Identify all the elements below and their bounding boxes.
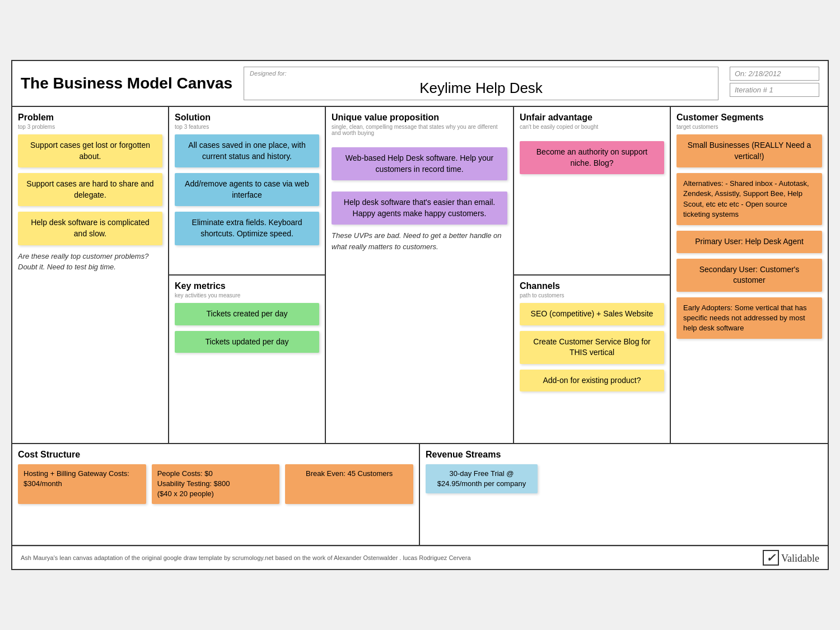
- problem-note: Are these really top customer problems? …: [18, 251, 162, 273]
- metric-sticky-1: Tickets created per day: [175, 303, 319, 325]
- uvp-sticky-2: Help desk software that's easier than em…: [332, 192, 507, 225]
- header: The Business Model Canvas Designed for: …: [12, 61, 828, 107]
- company-section: Designed for: Keylime Help Desk: [244, 67, 718, 100]
- cost-structure-section: Cost Structure Hosting + Billing Gateway…: [12, 444, 420, 545]
- problem-title: Problem: [18, 113, 162, 123]
- segments-subtitle: target customers: [676, 124, 822, 130]
- problem-sticky-3: Help desk software is complicated and sl…: [18, 212, 162, 245]
- key-metrics-title: Key metrics: [175, 281, 319, 291]
- segment-sticky-4: Secondary User: Customer's customer: [676, 259, 822, 292]
- on-label: On:: [735, 69, 746, 78]
- uvp-column: Unique value proposition single, clean, …: [326, 107, 514, 443]
- designed-for-label: Designed for:: [250, 70, 712, 77]
- cost-stickies: Hosting + Billing Gateway Costs: $304/mo…: [18, 464, 413, 504]
- footer-text: Ash Maurya's lean canvas adaptation of t…: [21, 554, 471, 561]
- unfair-subtitle: can't be easily copied or bought: [520, 124, 664, 130]
- revenue-sticky-1: 30-day Free Trial @ $24.95/month per com…: [426, 464, 538, 493]
- uvp-subtitle: single, clean, compelling message that s…: [332, 124, 507, 136]
- segments-title: Customer Segments: [676, 113, 822, 123]
- iteration-row: Iteration # 1: [730, 83, 819, 97]
- canvas-wrapper: The Business Model Canvas Designed for: …: [11, 60, 829, 570]
- unfair-column: Unfair advantage can't be easily copied …: [514, 107, 671, 443]
- main-grid: Problem top 3 problems Support cases get…: [12, 107, 828, 444]
- unfair-top: Unfair advantage can't be easily copied …: [514, 107, 670, 276]
- solution-sticky-2: Add/remove agents to case via web interf…: [175, 173, 319, 206]
- solution-title: Solution: [175, 113, 319, 123]
- main-title: The Business Model Canvas: [21, 67, 232, 100]
- company-name: Keylime Help Desk: [250, 80, 712, 97]
- solution-column: Solution top 3 features All cases saved …: [169, 107, 326, 443]
- channel-sticky-1: SEO (competitive) + Sales Website: [520, 303, 664, 325]
- key-metrics-section: Key metrics key activities you measure T…: [169, 276, 325, 443]
- segment-sticky-1: Small Businesses (REALLY Need a vertical…: [676, 134, 822, 167]
- header-right: On: 2/18/2012 Iteration # 1: [730, 67, 819, 100]
- problem-subtitle: top 3 problems: [18, 124, 162, 130]
- segment-sticky-5: Early Adopters: Some vertical that has s…: [676, 297, 822, 339]
- segments-column: Customer Segments target customers Small…: [671, 107, 828, 443]
- channel-sticky-3: Add-on for existing product?: [520, 370, 664, 392]
- problem-sticky-2: Support cases are hard to share and dele…: [18, 173, 162, 206]
- logo-text: Validable: [781, 553, 819, 564]
- cost-title: Cost Structure: [18, 450, 413, 460]
- solution-subtitle: top 3 features: [175, 124, 319, 130]
- channels-section: Channels path to customers SEO (competit…: [514, 276, 670, 443]
- bottom-grid: Cost Structure Hosting + Billing Gateway…: [12, 444, 828, 546]
- on-date: 2/18/2012: [749, 69, 781, 78]
- problem-sticky-1: Support cases get lost or forgotten abou…: [18, 134, 162, 167]
- cost-sticky-2: People Costs: $0 Usability Testing: $800…: [152, 464, 280, 504]
- channels-title: Channels: [520, 281, 664, 291]
- key-metrics-subtitle: key activities you measure: [175, 292, 319, 298]
- unfair-title: Unfair advantage: [520, 113, 664, 123]
- solution-sticky-1: All cases saved in one place, with curre…: [175, 134, 319, 167]
- problem-column: Problem top 3 problems Support cases get…: [12, 107, 169, 443]
- solution-top: Solution top 3 features All cases saved …: [169, 107, 325, 276]
- segment-sticky-2: Alternatives: - Shared inbox - Autotask,…: [676, 173, 822, 225]
- revenue-title: Revenue Streams: [426, 450, 822, 460]
- revenue-stickies: 30-day Free Trial @ $24.95/month per com…: [426, 464, 822, 493]
- solution-sticky-3: Eliminate extra fields. Keyboard shortcu…: [175, 212, 319, 245]
- revenue-streams-section: Revenue Streams 30-day Free Trial @ $24.…: [420, 444, 828, 545]
- cost-sticky-3: Break Even: 45 Customers: [285, 464, 413, 504]
- logo-icon: ✓: [763, 550, 779, 566]
- segment-sticky-3: Primary User: Help Desk Agent: [676, 231, 822, 253]
- channel-sticky-2: Create Customer Service Blog for THIS ve…: [520, 331, 664, 364]
- uvp-title: Unique value proposition: [332, 113, 507, 123]
- channels-subtitle: path to customers: [520, 292, 664, 298]
- uvp-sticky-1: Web-based Help Desk software. Help your …: [332, 147, 507, 180]
- footer: Ash Maurya's lean canvas adaptation of t…: [12, 546, 828, 569]
- on-date-row: On: 2/18/2012: [730, 67, 819, 81]
- uvp-note: These UVPs are bad. Need to get a better…: [332, 230, 507, 252]
- unfair-sticky-1: Become an authority on support niche. Bl…: [520, 141, 664, 174]
- cost-sticky-1: Hosting + Billing Gateway Costs: $304/mo…: [18, 464, 146, 504]
- iteration-number: 1: [769, 86, 773, 94]
- logo: ✓ Validable: [763, 551, 819, 564]
- metric-sticky-2: Tickets updated per day: [175, 331, 319, 353]
- iteration-label: Iteration #: [735, 86, 767, 94]
